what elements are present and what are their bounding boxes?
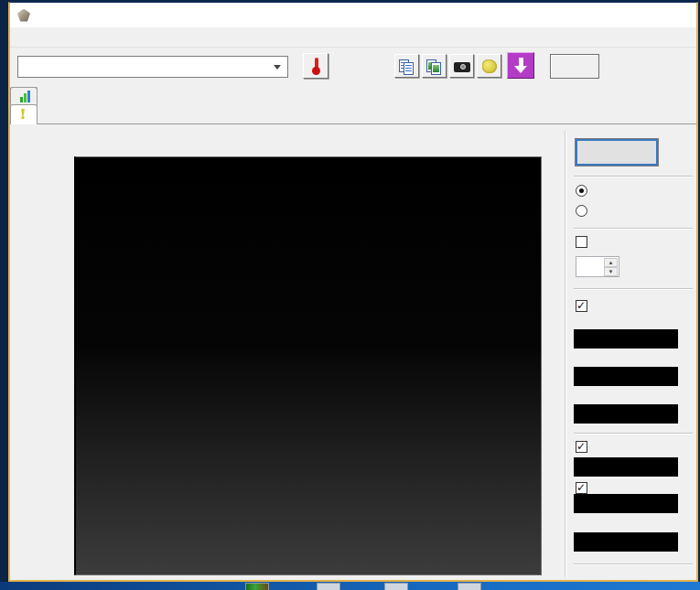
copy-image-button[interactable] xyxy=(422,54,447,78)
titlebar[interactable] xyxy=(10,3,696,27)
toolbar xyxy=(10,48,696,84)
tab-benchmark[interactable]: ! xyxy=(10,104,38,124)
short-stroke-checkbox[interactable] xyxy=(576,236,593,248)
save-results-button[interactable] xyxy=(507,52,534,79)
max-value-lcd xyxy=(574,367,678,386)
transfer-rate-checkbox[interactable] xyxy=(576,300,593,312)
cpu-usage-lcd xyxy=(574,532,678,552)
maximize-button[interactable] xyxy=(614,3,655,27)
benchmark-plot-svg xyxy=(76,157,541,574)
hand-coins-icon xyxy=(482,59,497,73)
donate-button[interactable] xyxy=(477,54,501,78)
windows-taskbar[interactable] xyxy=(0,582,700,590)
close-button[interactable] xyxy=(655,3,696,27)
start-button[interactable] xyxy=(576,139,658,166)
exit-button[interactable] xyxy=(550,54,599,79)
taskbar-app-icon[interactable] xyxy=(317,583,340,590)
bar-chart-icon xyxy=(20,91,32,102)
avg-value-lcd xyxy=(574,404,678,424)
access-time-lcd xyxy=(574,457,678,477)
tab-extra-tests[interactable] xyxy=(10,87,38,105)
benchmark-plot xyxy=(74,156,542,575)
minimize-button[interactable] xyxy=(573,3,614,27)
read-radio[interactable] xyxy=(576,185,593,197)
radio-icon xyxy=(576,205,587,217)
checkbox-icon xyxy=(576,441,587,453)
benchmark-icon: ! xyxy=(20,109,32,121)
menu-help[interactable] xyxy=(25,36,39,39)
drive-selector[interactable] xyxy=(17,56,288,78)
app-icon xyxy=(17,9,30,22)
burst-rate-checkbox[interactable] xyxy=(576,482,593,494)
short-stroke-size-input[interactable]: ▲ ▼ xyxy=(576,256,619,277)
taskbar-app-icon[interactable] xyxy=(245,583,269,590)
burst-rate-lcd xyxy=(574,494,678,513)
menu-file[interactable] xyxy=(10,36,25,39)
hdtune-window: ! ! i ▲ ▼ xyxy=(8,2,698,582)
checkbox-icon xyxy=(576,482,587,494)
chevron-down-icon xyxy=(274,65,281,70)
checkbox-icon xyxy=(576,236,587,248)
min-value-lcd xyxy=(574,329,678,349)
access-time-checkbox[interactable] xyxy=(576,441,593,453)
screenshot-button[interactable] xyxy=(449,54,474,78)
write-radio[interactable] xyxy=(576,205,593,217)
spin-down-icon[interactable]: ▼ xyxy=(604,267,618,276)
menu-bar xyxy=(10,27,696,48)
copy-text-button[interactable] xyxy=(394,54,419,78)
taskbar-app-icon[interactable] xyxy=(458,583,481,590)
temperature-button[interactable] xyxy=(303,53,328,79)
taskbar-app-icon[interactable] xyxy=(384,583,408,590)
spin-up-icon[interactable]: ▲ xyxy=(604,258,618,267)
radio-icon xyxy=(576,185,587,197)
checkbox-icon xyxy=(576,300,587,312)
